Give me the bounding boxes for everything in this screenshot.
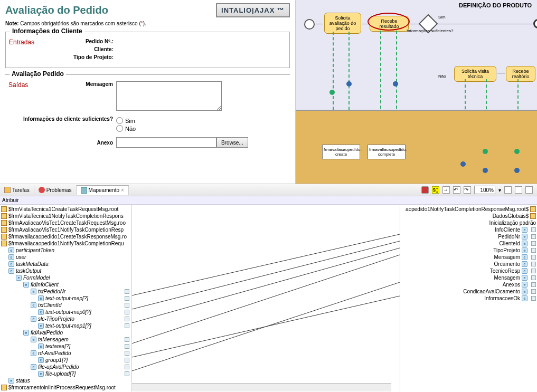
zoom-input[interactable] bbox=[474, 186, 495, 194]
mapping-port[interactable] bbox=[125, 323, 129, 328]
tree-item[interactable]: status bbox=[1, 377, 131, 384]
tree-item[interactable]: InformacoesOk bbox=[400, 295, 536, 302]
close-icon[interactable]: × bbox=[121, 187, 124, 193]
tree-item[interactable]: text-output-map0[?] bbox=[1, 309, 131, 315]
tab-mapeamento[interactable]: Mapeamento × bbox=[77, 185, 129, 195]
mapping-port[interactable] bbox=[531, 241, 536, 246]
mapping-port[interactable] bbox=[531, 255, 536, 260]
mapping-port[interactable] bbox=[531, 227, 536, 232]
mapping-port[interactable] bbox=[125, 317, 129, 321]
start-event-icon[interactable] bbox=[304, 19, 315, 30]
tree-item[interactable]: txtClientId bbox=[1, 302, 131, 309]
mapping-port[interactable] bbox=[531, 262, 536, 266]
tree-item[interactable]: $frmAvaliacaoVisTec1CreateTaskRequestMsg… bbox=[1, 219, 131, 226]
tree-item[interactable]: fldAvalPedido bbox=[1, 329, 131, 336]
mapping-port[interactable] bbox=[531, 289, 536, 294]
task-solicita-visita[interactable]: Solicita visita técnica bbox=[454, 66, 496, 82]
radio-nao[interactable] bbox=[116, 125, 123, 132]
horizontal-scrollbar[interactable] bbox=[132, 383, 391, 391]
tree-item-label: $frmavaliacaopedido1NotifyTaskCompletion… bbox=[8, 241, 124, 246]
task-recebe-relatorio[interactable]: Recebe realtório bbox=[506, 66, 535, 82]
toolbar-icon[interactable] bbox=[515, 186, 522, 194]
tree-item[interactable]: ClienteId bbox=[400, 240, 536, 247]
tree-item[interactable]: PedidoNr bbox=[400, 233, 536, 240]
radio-sim[interactable] bbox=[116, 117, 123, 124]
tree-item[interactable]: fldInfoClient bbox=[1, 281, 131, 288]
toolbar-icon[interactable] bbox=[525, 186, 533, 194]
source-tree[interactable]: $frmVistaTecnica1CreateTaskRequestMsg.ro… bbox=[0, 205, 132, 391]
tree-item[interactable]: text-output-map[?] bbox=[1, 295, 131, 302]
tree-item[interactable]: $frmavaliacaopedido1NotifyTaskCompletion… bbox=[1, 240, 131, 247]
tree-item[interactable]: FormModel bbox=[1, 274, 131, 281]
tab-tarefas[interactable]: Tarefas bbox=[0, 185, 34, 195]
tree-item[interactable]: TecnicoResp bbox=[400, 267, 536, 274]
tree-item[interactable]: file-upload[?] bbox=[1, 370, 131, 377]
toolbar-icon[interactable] bbox=[504, 186, 512, 194]
mensagem-input[interactable] bbox=[116, 81, 222, 111]
stop-icon[interactable] bbox=[421, 186, 429, 194]
redo-icon[interactable]: ↷ bbox=[464, 186, 471, 194]
task-recebe-resultado[interactable]: Recebe resultado bbox=[370, 16, 409, 32]
tree-item[interactable]: TipoProjeto bbox=[400, 247, 536, 254]
tree-item[interactable]: $frmVistaTecnica1CreateTaskRequestMsg.ro… bbox=[1, 206, 131, 213]
task-frm-create[interactable]: frmavaliacaopedido-create bbox=[322, 145, 360, 159]
tree-item[interactable]: rd-AvalPedido bbox=[1, 350, 131, 357]
tree-item[interactable]: $frmVistaTecnica1NotifyTaskCompletionRes… bbox=[1, 213, 131, 219]
tree-item[interactable]: group1[?] bbox=[1, 357, 131, 364]
tree-item[interactable]: taskOutput bbox=[1, 267, 131, 274]
mapping-port[interactable] bbox=[531, 234, 536, 239]
mapping-port[interactable] bbox=[531, 275, 536, 280]
anexo-input[interactable] bbox=[116, 137, 216, 148]
tree-item[interactable]: participantToken bbox=[1, 247, 131, 254]
mapping-port[interactable] bbox=[125, 289, 129, 294]
tree-item[interactable]: txtPedidoNr bbox=[1, 288, 131, 295]
mapping-port[interactable] bbox=[531, 248, 536, 253]
tree-item[interactable]: taskMetaData bbox=[1, 261, 131, 267]
tree-item[interactable]: $frmavaliacaopedido1CreateTaskResponseMs… bbox=[1, 233, 131, 240]
tab-problemas[interactable]: Problemas bbox=[34, 185, 77, 195]
tree-item[interactable]: textarea[?] bbox=[1, 343, 131, 350]
mapping-port[interactable] bbox=[125, 337, 129, 342]
mapping-port[interactable] bbox=[125, 358, 129, 362]
tree-item[interactable]: CondicaoAvalOcamento bbox=[400, 288, 536, 295]
tree-item[interactable]: $frmAvaliacaoVisTec1NotifyTaskCompletion… bbox=[1, 226, 131, 233]
tree-item[interactable]: Anexos bbox=[400, 281, 536, 288]
task-frm-complete[interactable]: frmavaliacaopedido-complete bbox=[368, 145, 406, 159]
tree-item[interactable]: Inicialização padrão bbox=[400, 219, 536, 226]
tree-item[interactable]: slc-TiipoProjeto bbox=[1, 315, 131, 322]
end-event-icon[interactable] bbox=[533, 19, 537, 28]
tree-item[interactable]: InfoCliente bbox=[400, 226, 536, 233]
tree-item[interactable]: DadosGlobais$ bbox=[400, 213, 536, 219]
mapping-port[interactable] bbox=[531, 282, 536, 287]
mapping-port[interactable] bbox=[125, 344, 129, 349]
tree-item[interactable]: text-output-map1[?] bbox=[1, 322, 131, 329]
mapping-port[interactable] bbox=[531, 269, 536, 273]
tree-item[interactable]: aopedido1NotifyTaskCompletionResponseMsg… bbox=[400, 206, 536, 213]
tree-item[interactable]: Mensagem bbox=[400, 274, 536, 281]
mapping-port[interactable] bbox=[125, 310, 129, 314]
mapping-port[interactable] bbox=[531, 296, 536, 301]
mapping-port[interactable] bbox=[125, 296, 129, 301]
tree-item[interactable]: taMensagem bbox=[1, 336, 131, 343]
arrow-right-icon[interactable]: → bbox=[442, 186, 450, 194]
task-solicita-avaliacao[interactable]: Solicita avaliação do pedido bbox=[324, 13, 361, 34]
mapping-port[interactable] bbox=[125, 371, 129, 376]
variables-icon[interactable]: $() bbox=[432, 186, 439, 194]
tree-item[interactable]: file-upAvalPedido bbox=[1, 364, 131, 370]
target-tree[interactable]: aopedido1NotifyTaskCompletionResponseMsg… bbox=[400, 205, 537, 391]
tree-item[interactable]: $frmorcamentoiniInitProcessRequestMsg.ro… bbox=[1, 384, 131, 391]
tree-item[interactable]: user bbox=[1, 254, 131, 261]
mapping-canvas[interactable] bbox=[132, 205, 400, 391]
browse-button[interactable]: Browse... bbox=[216, 137, 248, 148]
mapping-port[interactable] bbox=[125, 365, 129, 369]
mapping-port[interactable] bbox=[125, 303, 129, 308]
tree-item[interactable]: $frmorcamentoiniInitProcessResponseMsg.r… bbox=[1, 391, 131, 391]
tree-item[interactable]: Mensagem bbox=[400, 254, 536, 261]
tree-item[interactable]: Orcamento bbox=[400, 261, 536, 267]
participant-icon bbox=[514, 168, 520, 173]
tree-item-label: Mensagem bbox=[494, 275, 520, 281]
undo-icon[interactable]: ↶ bbox=[453, 186, 460, 194]
bpmn-diagram[interactable]: DEFINIÇÃO DO PRODUTO Solicita avaliação … bbox=[296, 0, 537, 184]
zoom-dropdown-icon[interactable]: ▾ bbox=[498, 187, 501, 193]
mapping-port[interactable] bbox=[125, 351, 129, 356]
